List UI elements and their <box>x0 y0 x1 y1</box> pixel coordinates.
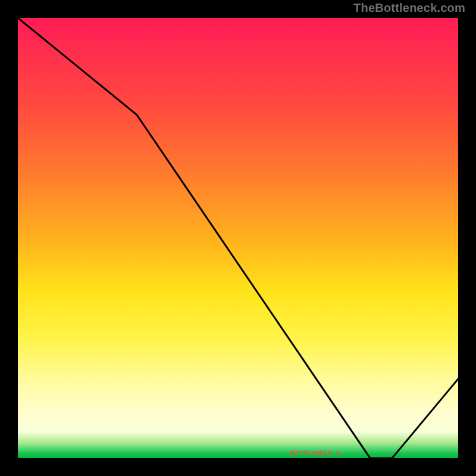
plot-area: BOTTLENECK % <box>18 18 458 458</box>
legend-label: BOTTLENECK % <box>95 450 476 457</box>
bottleneck-line <box>18 18 458 458</box>
watermark-label: TheBottleneck.com <box>353 1 465 15</box>
series-svg <box>18 18 458 458</box>
chart-frame: TheBottleneck.com BOTTLENECK % <box>0 0 476 476</box>
